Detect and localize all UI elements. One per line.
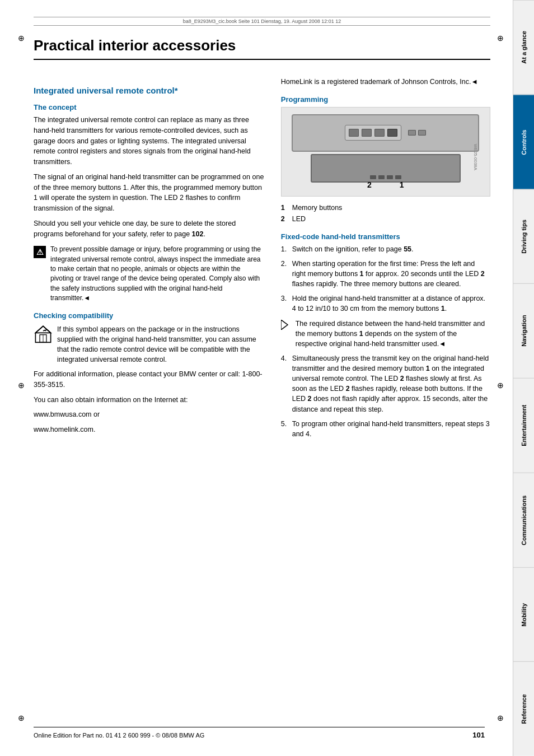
step-2: 2. When starting operation for the first… (281, 259, 490, 289)
step-num-4: 4. (281, 353, 289, 414)
left-column: Integrated universal remote control* The… (34, 77, 264, 444)
subheading-fixed-code: Fixed-code hand-held transmitters (281, 232, 490, 241)
right-column: HomeLink is a registered trademark of Jo… (281, 77, 490, 444)
subheading-concept: The concept (34, 103, 264, 111)
warning-icon: ⚠ (34, 246, 46, 258)
step-num-5: 5. (281, 419, 289, 439)
page-wrapper: At a glance Controls Driving tips Naviga… (0, 0, 534, 756)
caption-num-1: 1 (281, 202, 289, 213)
concept-para2: The signal of an original hand-held tran… (34, 172, 264, 214)
caption-list: 1 Memory buttons 2 LED (281, 202, 490, 225)
subheading-programming: Programming (281, 95, 490, 104)
fixed-code-steps-cont: 4. Simultaneously press the transmit key… (281, 353, 490, 439)
sidebar: At a glance Controls Driving tips Naviga… (513, 0, 534, 756)
sidebar-tab-reference[interactable]: Reference (513, 661, 534, 756)
img-label-2: 2 (367, 180, 372, 189)
sidebar-tab-navigation[interactable]: Navigation (513, 283, 534, 378)
warning-box: ⚠ To prevent possible damage or injury, … (34, 245, 264, 303)
url1: www.bmwusa.com or (34, 409, 264, 420)
step-5: 5. To program other original hand-held t… (281, 419, 490, 439)
step-num-3: 3. (281, 293, 289, 314)
page-title: Practical interior accessories (34, 37, 490, 60)
sidebar-tab-driving-tips[interactable]: Driving tips (513, 189, 534, 284)
step-1: 1. Switch on the ignition, refer to page… (281, 244, 490, 254)
caption-item-1: 1 Memory buttons (281, 202, 490, 213)
sidebar-tab-controls[interactable]: Controls (513, 95, 534, 189)
compat-para1: If this symbol appears on the package or… (57, 324, 264, 365)
concept-para1: The integrated universal remote control … (34, 115, 264, 167)
url2: www.homelink.com. (34, 424, 264, 435)
footer-text: Online Edition for Part no. 01 41 2 600 … (34, 732, 204, 739)
programming-image: 2 1 WEJ5-0038A (281, 107, 490, 197)
svg-marker-4 (281, 320, 288, 330)
caption-item-2: 2 LED (281, 213, 490, 225)
step-text-1: Switch on the ignition, refer to page 55… (292, 244, 414, 254)
homelink-trademark: HomeLink is a registered trademark of Jo… (281, 77, 490, 87)
section-heading-remote: Integrated universal remote control* (34, 86, 264, 95)
step-text-5: To program other original hand-held tran… (292, 419, 490, 439)
concept-para3: Should you sell your vehicle one day, be… (34, 218, 264, 240)
sidebar-tab-communications[interactable]: Communications (513, 473, 534, 567)
img-placeholder: 2 1 WEJ5-0038A (282, 108, 490, 196)
compat-para3: You can also obtain information on the I… (34, 395, 264, 405)
footer: Online Edition for Part no. 01 41 2 600 … (34, 727, 485, 739)
step-text-2: When starting operation for the first ti… (292, 259, 490, 289)
step-num-2: 2. (281, 259, 289, 289)
step-text-3: Hold the original hand-held transmitter … (292, 293, 490, 314)
caption-text-1: Memory buttons (292, 202, 343, 213)
note-text-3: The required distance between the hand-h… (296, 319, 490, 349)
sidebar-tab-entertainment[interactable]: Entertainment (513, 378, 534, 473)
sidebar-tab-mobility[interactable]: Mobility (513, 567, 534, 662)
step-3: 3. Hold the original hand-held transmitt… (281, 293, 490, 314)
step-4: 4. Simultaneously press the transmit key… (281, 353, 490, 414)
svg-marker-1 (35, 326, 50, 333)
page-number: 101 (472, 731, 485, 739)
sidebar-tab-at-a-glance[interactable]: At a glance (513, 0, 534, 95)
file-info: ba8_E9293M3_cic.book Seite 101 Dienstag,… (34, 17, 490, 26)
caption-num-2: 2 (281, 213, 289, 225)
two-column-layout: Integrated universal remote control* The… (34, 77, 490, 444)
compat-box: If this symbol appears on the package or… (34, 324, 264, 365)
compat-para2: For additional information, please conta… (34, 369, 264, 390)
subheading-checking: Checking compatibility (34, 311, 264, 320)
img-label-1: 1 (400, 180, 404, 189)
step-text-4: Simultaneously press the transmit key on… (292, 353, 490, 414)
note-box-step3: The required distance between the hand-h… (281, 319, 490, 349)
step-num-1: 1. (281, 244, 289, 254)
caption-text-2: LED (292, 213, 306, 225)
main-content: ba8_E9293M3_cic.book Seite 101 Dienstag,… (0, 0, 513, 756)
fixed-code-steps: 1. Switch on the ignition, refer to page… (281, 244, 490, 314)
homelink-house-icon (34, 324, 53, 343)
warning-text: To prevent possible damage or injury, be… (50, 245, 264, 303)
note-arrow-icon (281, 320, 291, 330)
